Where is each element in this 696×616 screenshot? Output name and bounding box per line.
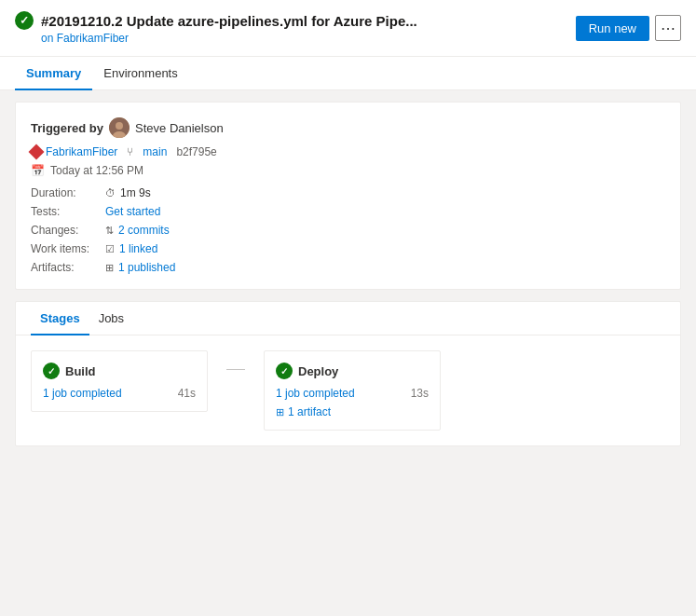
tests-link[interactable]: Get started xyxy=(105,205,160,218)
date-row: 📅 Today at 12:56 PM xyxy=(31,164,665,177)
pipeline-title: #20191210.2 Update azure-pipelines.yml f… xyxy=(41,13,417,29)
deploy-stage-name: Deploy xyxy=(298,364,338,378)
repo-name: FabrikamFiber xyxy=(46,145,117,158)
triggered-row: Triggered by Steve Danielson xyxy=(31,117,665,138)
header-left: #20191210.2 Update azure-pipelines.yml f… xyxy=(15,11,417,45)
meta-row: FabrikamFiber ⑂ main b2f795e xyxy=(31,145,665,158)
stages-content: Build 1 job completed 41s Deploy 1 job c… xyxy=(16,335,680,445)
org-link[interactable]: on FabrikamFiber xyxy=(41,32,417,45)
clock-icon: ⏱ xyxy=(105,187,116,198)
duration-text: 1m 9s xyxy=(120,186,151,199)
artifacts-link[interactable]: 1 published xyxy=(118,261,175,274)
artifacts-value: ⊞ 1 published xyxy=(105,261,665,274)
build-stage-footer: 1 job completed 41s xyxy=(43,387,196,400)
commit-hash: b2f795e xyxy=(176,145,216,158)
build-stage-card: Build 1 job completed 41s xyxy=(31,350,208,412)
more-options-button[interactable]: ⋯ xyxy=(655,15,681,41)
build-stage-header: Build xyxy=(43,363,196,379)
stage-connector xyxy=(226,350,245,370)
tab-stages[interactable]: Stages xyxy=(31,302,89,335)
work-items-label: Work items: xyxy=(31,242,105,255)
tab-environments[interactable]: Environments xyxy=(92,57,188,89)
stages-tabs: Stages Jobs xyxy=(16,302,680,335)
detail-grid: Duration: ⏱ 1m 9s Tests: Get started Cha… xyxy=(31,186,665,274)
run-new-button[interactable]: Run new xyxy=(576,16,649,41)
artifact-icon: ⊞ xyxy=(105,262,114,274)
repo-badge[interactable]: FabrikamFiber xyxy=(31,145,117,158)
deploy-duration: 13s xyxy=(411,387,429,400)
main-tabs: Summary Environments xyxy=(0,57,696,90)
title-row: #20191210.2 Update azure-pipelines.yml f… xyxy=(15,11,417,30)
deploy-jobs-link[interactable]: 1 job completed xyxy=(276,387,355,400)
build-success-icon xyxy=(43,363,60,379)
user-avatar xyxy=(109,117,130,138)
deploy-stage-footer: 1 job completed 13s xyxy=(276,387,429,400)
success-icon xyxy=(15,11,34,30)
work-icon: ☑ xyxy=(105,243,115,255)
triggered-label: Triggered by xyxy=(31,121,103,135)
work-items-value: ☑ 1 linked xyxy=(105,242,665,255)
date-time: Today at 12:56 PM xyxy=(50,164,143,177)
deploy-stage-card: Deploy 1 job completed 13s ⊞ 1 artifact xyxy=(264,350,441,431)
build-stage-name: Build xyxy=(65,364,96,378)
commits-icon: ⇅ xyxy=(105,225,114,237)
work-items-link[interactable]: 1 linked xyxy=(119,242,157,255)
repo-diamond-icon xyxy=(29,144,45,160)
artifacts-label: Artifacts: xyxy=(31,261,105,274)
tests-label: Tests: xyxy=(31,205,105,218)
user-name: Steve Danielson xyxy=(135,121,224,135)
branch-icon: ⑂ xyxy=(127,145,133,158)
svg-point-1 xyxy=(116,122,123,130)
summary-card: Triggered by Steve Danielson FabrikamFib… xyxy=(15,102,681,290)
build-duration: 41s xyxy=(178,387,196,400)
branch-name: main xyxy=(143,145,167,158)
deploy-artifact-link[interactable]: 1 artifact xyxy=(288,405,331,418)
tab-jobs[interactable]: Jobs xyxy=(89,302,133,335)
tests-value: Get started xyxy=(105,205,665,218)
tab-summary[interactable]: Summary xyxy=(15,57,92,89)
deploy-artifact-icon: ⊞ xyxy=(276,406,284,418)
page-header: #20191210.2 Update azure-pipelines.yml f… xyxy=(0,0,696,57)
changes-label: Changes: xyxy=(31,224,105,237)
build-jobs-link[interactable]: 1 job completed xyxy=(43,387,122,400)
main-content: Triggered by Steve Danielson FabrikamFib… xyxy=(0,90,696,458)
calendar-icon: 📅 xyxy=(31,164,45,177)
changes-value: ⇅ 2 commits xyxy=(105,224,665,237)
changes-link[interactable]: 2 commits xyxy=(118,224,170,237)
duration-label: Duration: xyxy=(31,186,105,199)
deploy-artifact-row: ⊞ 1 artifact xyxy=(276,405,429,418)
duration-value: ⏱ 1m 9s xyxy=(105,186,665,199)
header-actions: Run new ⋯ xyxy=(576,15,681,41)
deploy-stage-header: Deploy xyxy=(276,363,429,379)
stages-card: Stages Jobs Build 1 job completed 41s xyxy=(15,301,681,446)
deploy-success-icon xyxy=(276,363,293,379)
